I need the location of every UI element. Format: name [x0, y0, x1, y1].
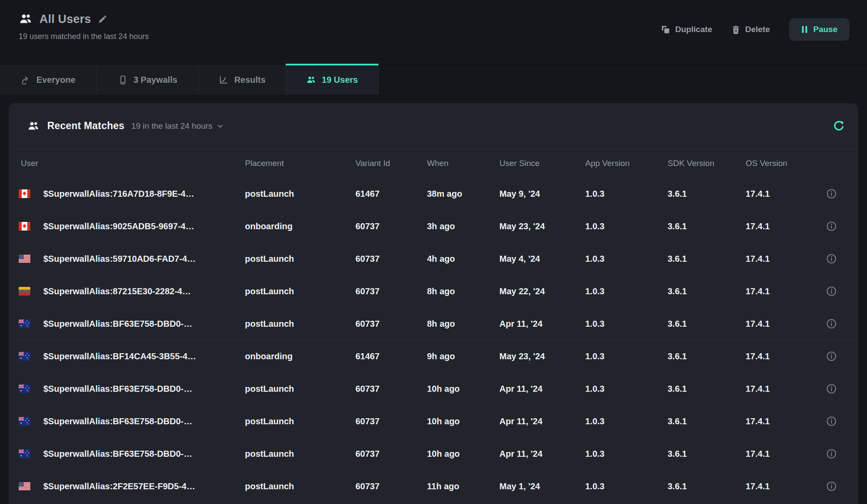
col-placement: Placement	[245, 159, 355, 168]
user-alias: $SuperwallAlias:9025ADB5-9697-4…	[43, 221, 194, 231]
placement-cell: postLaunch	[245, 254, 355, 264]
sdk-version-cell: 3.6.1	[668, 189, 746, 199]
app-version-cell: 1.0.3	[585, 481, 668, 491]
placement-cell: postLaunch	[245, 481, 355, 491]
flag-us-icon	[19, 254, 30, 263]
user-alias: $SuperwallAlias:716A7D18-8F9E-4…	[43, 189, 194, 199]
table-row[interactable]: $SuperwallAlias:9025ADB5-9697-4… onboard…	[9, 210, 858, 242]
variant-id-cell: 60737	[355, 449, 427, 459]
table-row[interactable]: $SuperwallAlias:BF63E758-DBD0-… postLaun…	[9, 437, 858, 470]
os-version-cell: 17.4.1	[746, 286, 815, 296]
info-icon[interactable]	[826, 481, 837, 492]
os-version-cell: 17.4.1	[746, 449, 815, 459]
edit-pencil-icon[interactable]	[98, 14, 108, 24]
variant-id-cell: 61467	[355, 189, 427, 199]
col-when: When	[427, 159, 499, 168]
users-icon	[306, 75, 316, 85]
refresh-button[interactable]	[832, 120, 845, 133]
table-row[interactable]: $SuperwallAlias:BF63E758-DBD0-… postLaun…	[9, 405, 858, 437]
page-title: All Users	[39, 13, 91, 26]
timeframe-dropdown[interactable]: 19 in the last 24 hours	[131, 121, 224, 131]
os-version-cell: 17.4.1	[746, 384, 815, 394]
info-icon[interactable]	[826, 318, 837, 329]
table-row[interactable]: $SuperwallAlias:2F2E57EE-F9D5-4… postLau…	[9, 470, 858, 502]
placement-cell: postLaunch	[245, 449, 355, 459]
tab-users[interactable]: 19 Users	[286, 65, 379, 95]
variant-id-cell: 60737	[355, 254, 427, 264]
duplicate-button[interactable]: Duplicate	[661, 25, 712, 34]
table-row[interactable]: $SuperwallAlias:59710AD6-FAD7-4… postLau…	[9, 242, 858, 275]
variant-id-cell: 60737	[355, 319, 427, 329]
when-cell: 8h ago	[427, 286, 499, 296]
users-icon	[19, 12, 33, 26]
table-row[interactable]: $SuperwallAlias:87215E30-2282-4… postLau…	[9, 275, 858, 307]
tab-results[interactable]: Results	[199, 65, 286, 95]
app-version-cell: 1.0.3	[585, 416, 668, 426]
placement-cell: postLaunch	[245, 286, 355, 296]
info-icon[interactable]	[826, 416, 837, 427]
table-body: $SuperwallAlias:716A7D18-8F9E-4… postLau…	[9, 177, 858, 502]
info-icon[interactable]	[826, 351, 837, 362]
chevron-down-icon	[216, 122, 224, 130]
placement-cell: onboarding	[245, 221, 355, 231]
info-icon[interactable]	[826, 221, 837, 232]
users-icon	[27, 120, 39, 132]
user-since-cell: May 23, '24	[499, 221, 585, 231]
col-variant-id: Variant Id	[355, 159, 427, 168]
tab-everyone[interactable]: Everyone	[0, 65, 97, 95]
os-version-cell: 17.4.1	[746, 481, 815, 491]
col-user-since: User Since	[499, 159, 585, 168]
flag-au-icon	[19, 319, 30, 328]
table-row[interactable]: $SuperwallAlias:BF14CA45-3B55-4… onboard…	[9, 340, 858, 372]
col-app-version: App Version	[585, 159, 668, 168]
user-since-cell: Apr 11, '24	[499, 384, 585, 394]
page-header: All Users 19 users matched in the last 2…	[0, 0, 867, 64]
sdk-version-cell: 3.6.1	[668, 351, 746, 361]
os-version-cell: 17.4.1	[746, 221, 815, 231]
variant-id-cell: 61467	[355, 351, 427, 361]
when-cell: 10h ago	[427, 416, 499, 426]
flag-au-icon	[19, 352, 30, 361]
app-version-cell: 1.0.3	[585, 254, 668, 264]
sdk-version-cell: 3.6.1	[668, 416, 746, 426]
user-alias: $SuperwallAlias:BF63E758-DBD0-…	[43, 319, 192, 329]
col-sdk-version: SDK Version	[668, 159, 746, 168]
flag-au-icon	[19, 384, 30, 393]
user-alias: $SuperwallAlias:BF14CA45-3B55-4…	[43, 351, 196, 361]
phone-icon	[118, 75, 128, 85]
info-icon[interactable]	[826, 286, 837, 297]
info-icon[interactable]	[826, 253, 837, 264]
app-version-cell: 1.0.3	[585, 189, 668, 199]
info-icon[interactable]	[826, 188, 837, 199]
user-since-cell: May 1, '24	[499, 481, 585, 491]
table-header-row: User Placement Variant Id When User Sinc…	[9, 149, 858, 177]
table-row[interactable]: $SuperwallAlias:716A7D18-8F9E-4… postLau…	[9, 177, 858, 210]
when-cell: 11h ago	[427, 481, 499, 491]
table-row[interactable]: $SuperwallAlias:BF63E758-DBD0-… postLaun…	[9, 307, 858, 340]
table-row[interactable]: $SuperwallAlias:BF63E758-DBD0-… postLaun…	[9, 372, 858, 405]
col-os-version: OS Version	[746, 159, 815, 168]
app-version-cell: 1.0.3	[585, 221, 668, 231]
info-icon[interactable]	[826, 383, 837, 394]
placement-cell: postLaunch	[245, 384, 355, 394]
user-alias: $SuperwallAlias:BF63E758-DBD0-…	[43, 449, 192, 459]
sdk-version-cell: 3.6.1	[668, 221, 746, 231]
user-since-cell: Apr 11, '24	[499, 319, 585, 329]
when-cell: 10h ago	[427, 449, 499, 459]
when-cell: 3h ago	[427, 221, 499, 231]
variant-id-cell: 60737	[355, 286, 427, 296]
panel-title: Recent Matches	[47, 120, 124, 132]
info-icon[interactable]	[826, 448, 837, 459]
sdk-version-cell: 3.6.1	[668, 481, 746, 491]
tab-paywalls[interactable]: 3 Paywalls	[97, 65, 199, 95]
delete-button[interactable]: Delete	[731, 25, 770, 34]
refresh-icon	[832, 120, 845, 133]
recent-matches-panel: Recent Matches 19 in the last 24 hours U…	[9, 103, 858, 504]
user-since-cell: May 4, '24	[499, 254, 585, 264]
os-version-cell: 17.4.1	[746, 351, 815, 361]
user-alias: $SuperwallAlias:BF63E758-DBD0-…	[43, 416, 192, 426]
pause-icon	[801, 26, 808, 33]
pause-button[interactable]: Pause	[789, 18, 850, 41]
sdk-version-cell: 3.6.1	[668, 384, 746, 394]
user-since-cell: May 9, '24	[499, 189, 585, 199]
